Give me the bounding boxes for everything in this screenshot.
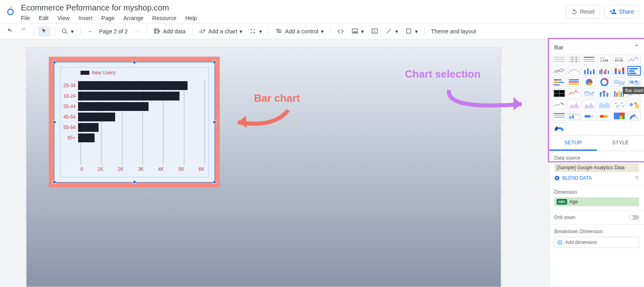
- chart-type-thumb[interactable]: [613, 66, 626, 76]
- chart-type-thumb[interactable]: [553, 88, 566, 98]
- svg-rect-20: [605, 69, 606, 74]
- chart-type-thumb[interactable]: [613, 100, 626, 109]
- menu-view[interactable]: View: [58, 15, 70, 21]
- chart-type-thumb[interactable]: [627, 55, 641, 64]
- resize-handle[interactable]: [133, 180, 136, 184]
- reset-button[interactable]: Reset: [566, 5, 600, 18]
- chart-type-thumb[interactable]: [582, 100, 596, 109]
- svg-rect-67: [572, 115, 574, 118]
- undo-button[interactable]: [3, 26, 15, 37]
- menu-edit[interactable]: Edit: [39, 15, 49, 21]
- community-viz-button[interactable]: ▾: [247, 26, 264, 37]
- menu-arrange[interactable]: Arrange: [124, 15, 144, 21]
- report-canvas[interactable]: New Users 25-3418-2435-4445-5455-6465+ 0…: [26, 47, 501, 287]
- x-tick: 3K: [138, 166, 144, 174]
- chart-type-thumb[interactable]: [568, 66, 581, 76]
- tab-setup[interactable]: SETUP: [549, 135, 597, 151]
- next-page-button[interactable]: →: [130, 26, 142, 37]
- shape-button[interactable]: ▾: [403, 26, 420, 37]
- text-button[interactable]: A: [369, 26, 381, 37]
- svg-rect-66: [570, 116, 571, 118]
- chart-type-thumb[interactable]: [568, 100, 581, 109]
- svg-text:A: A: [373, 29, 376, 33]
- drilldown-toggle[interactable]: [629, 215, 639, 220]
- chart-type-thumb[interactable]: [598, 88, 611, 98]
- chart-type-thumb[interactable]: [553, 100, 566, 109]
- chart-type-thumb[interactable]: Total1,168: [598, 55, 611, 64]
- canvas-area[interactable]: New Users 25-3418-2435-4445-5455-6465+ 0…: [0, 39, 549, 287]
- selected-chart[interactable]: New Users 25-3418-2435-4445-5455-6465+ 0…: [54, 62, 215, 182]
- chart-type-thumb[interactable]: [582, 77, 596, 87]
- chart-type-thumb[interactable]: [553, 77, 566, 87]
- chart-type-thumb[interactable]: [568, 88, 581, 98]
- redo-button[interactable]: [18, 26, 30, 37]
- doc-title[interactable]: Ecommerce Peformance for myshop.com: [21, 2, 566, 12]
- chart-type-thumb[interactable]: [568, 77, 581, 87]
- chart-type-thumb[interactable]: [627, 66, 641, 76]
- add-control-button[interactable]: Add a control▾: [273, 26, 326, 37]
- chart-type-thumb[interactable]: [568, 111, 581, 121]
- chart-type-thumb[interactable]: [627, 100, 641, 109]
- chart-type-thumb[interactable]: [598, 100, 611, 109]
- chevron-down-icon: ▾: [71, 28, 74, 35]
- resize-handle[interactable]: [53, 61, 56, 64]
- svg-rect-2: [154, 29, 159, 33]
- chart-type-thumb[interactable]: [568, 55, 581, 64]
- data-source-chip[interactable]: [Sample] Google Analytics Data: [554, 163, 639, 172]
- zoom-button[interactable]: ▾: [59, 26, 76, 37]
- svg-point-54: [561, 103, 563, 105]
- add-dimension-button[interactable]: Add dimension: [554, 237, 639, 248]
- theme-layout-button[interactable]: Theme and layout: [429, 27, 479, 36]
- chart-type-thumb[interactable]: [553, 55, 566, 64]
- chart-type-thumb[interactable]: [553, 111, 566, 121]
- menu-resource[interactable]: Resource: [152, 15, 176, 21]
- image-button[interactable]: ▾: [349, 26, 366, 37]
- chart-type-thumb[interactable]: [582, 66, 596, 76]
- chart-type-thumb[interactable]: [613, 111, 626, 121]
- line-button[interactable]: ▾: [383, 26, 400, 37]
- chevron-up-icon[interactable]: ⌃: [634, 43, 639, 51]
- chart-type-thumb[interactable]: Sessions69.3K: [613, 55, 626, 64]
- chart-type-thumb[interactable]: [598, 66, 611, 76]
- prev-page-button[interactable]: ←: [85, 26, 97, 37]
- svg-point-3: [251, 29, 252, 30]
- resize-handle[interactable]: [133, 61, 136, 64]
- chart-type-thumb[interactable]: [553, 66, 566, 76]
- chevron-down-icon: ▾: [361, 28, 364, 35]
- chart-type-thumb[interactable]: [582, 88, 596, 98]
- chart-type-thumb[interactable]: [582, 55, 596, 64]
- plus-circle-icon: [557, 240, 563, 245]
- resize-handle[interactable]: [213, 180, 216, 184]
- menu-bar: File Edit View Insert Page Arrange Resou…: [21, 15, 566, 21]
- menu-file[interactable]: File: [21, 15, 30, 21]
- chart-type-thumb[interactable]: [627, 77, 641, 87]
- chart-type-thumb[interactable]: [598, 77, 611, 87]
- embed-button[interactable]: [334, 26, 347, 37]
- tab-style[interactable]: STYLE: [597, 135, 644, 151]
- help-icon[interactable]: ?⃝: [635, 175, 639, 181]
- share-button[interactable]: Share: [604, 5, 639, 18]
- dimension-chip[interactable]: ABCAge: [554, 197, 639, 206]
- shape-icon: [405, 28, 413, 35]
- menu-page[interactable]: Page: [101, 15, 115, 21]
- panel-header[interactable]: Bar ⌃: [549, 39, 644, 55]
- image-icon: [351, 28, 359, 35]
- resize-handle[interactable]: [213, 121, 216, 124]
- add-data-button[interactable]: Add data: [151, 26, 188, 37]
- section-data-source: Data source [Sample] Google Analytics Da…: [549, 151, 644, 185]
- chart-type-thumb[interactable]: [613, 77, 626, 87]
- select-tool[interactable]: [38, 26, 50, 37]
- chart-type-thumb[interactable]: [627, 111, 641, 121]
- resize-handle[interactable]: [213, 61, 216, 64]
- chart-type-thumb[interactable]: [582, 111, 596, 121]
- resize-handle[interactable]: [53, 180, 56, 184]
- chart-type-thumb[interactable]: [553, 122, 566, 132]
- blend-data-button[interactable]: BLEND DATA ?⃝: [554, 175, 639, 181]
- chart-type-thumb[interactable]: [598, 111, 611, 121]
- dimension-label: Dimension: [554, 189, 639, 195]
- add-chart-button[interactable]: Add a chart▾: [196, 26, 245, 37]
- menu-insert[interactable]: Insert: [78, 15, 93, 21]
- menu-help[interactable]: Help: [185, 15, 197, 21]
- svg-rect-49: [614, 91, 615, 97]
- resize-handle[interactable]: [53, 121, 56, 124]
